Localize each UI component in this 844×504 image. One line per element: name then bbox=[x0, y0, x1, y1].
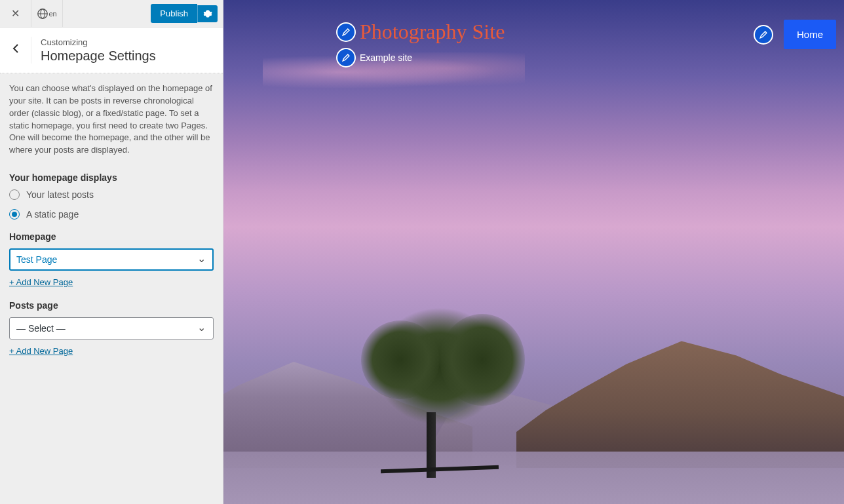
pencil-icon bbox=[759, 30, 768, 39]
add-new-homepage-link[interactable]: + Add New Page bbox=[9, 277, 73, 287]
edit-site-title-button[interactable] bbox=[336, 22, 356, 42]
back-button[interactable] bbox=[0, 37, 31, 64]
add-new-posts-page-link[interactable]: + Add New Page bbox=[9, 346, 73, 356]
gear-icon bbox=[203, 9, 212, 18]
customizing-label: Customizing bbox=[41, 37, 156, 47]
edit-nav-button[interactable] bbox=[754, 25, 773, 45]
nav-home-button[interactable]: Home bbox=[784, 20, 836, 49]
homepage-select[interactable]: Test Page bbox=[9, 248, 214, 271]
edit-tagline-button[interactable] bbox=[336, 48, 356, 68]
globe-icon bbox=[37, 8, 48, 20]
publish-settings-button[interactable] bbox=[197, 5, 218, 22]
topbar: ✕ en Publish bbox=[0, 0, 223, 28]
radio-label: Your latest posts bbox=[26, 189, 94, 200]
homepage-displays-label: Your homepage displays bbox=[9, 172, 214, 183]
radio-static-page[interactable]: A static page bbox=[9, 209, 214, 220]
site-tagline[interactable]: Example site bbox=[360, 52, 412, 63]
mountains-decoration bbox=[223, 320, 844, 504]
publish-button[interactable]: Publish bbox=[151, 4, 197, 23]
posts-page-select[interactable]: — Select — bbox=[9, 317, 214, 339]
panel-title: Homepage Settings bbox=[41, 48, 156, 64]
customizer-sidebar: ✕ en Publish Customizing Homepage Settin… bbox=[0, 0, 223, 504]
chevron-left-icon bbox=[12, 43, 20, 54]
pencil-icon bbox=[341, 28, 351, 37]
site-preview: Photography Site Example site Home bbox=[223, 0, 844, 504]
posts-page-select-label: Posts page bbox=[9, 300, 214, 311]
language-switch[interactable]: en bbox=[31, 0, 63, 27]
pencil-icon bbox=[341, 53, 351, 62]
language-code: en bbox=[48, 10, 56, 18]
radio-latest-posts[interactable]: Your latest posts bbox=[9, 189, 214, 200]
panel-header: Customizing Homepage Settings bbox=[0, 28, 223, 73]
radio-label: A static page bbox=[26, 209, 79, 220]
site-header: Photography Site Example site Home bbox=[223, 20, 844, 71]
panel-body: You can choose what's displayed on the h… bbox=[0, 73, 223, 378]
panel-description: You can choose what's displayed on the h… bbox=[9, 83, 214, 157]
homepage-select-label: Homepage bbox=[9, 231, 214, 242]
close-button[interactable]: ✕ bbox=[0, 0, 31, 27]
radio-icon bbox=[9, 209, 20, 220]
radio-icon bbox=[9, 189, 20, 200]
publish-group: Publish bbox=[151, 0, 223, 27]
site-title[interactable]: Photography Site bbox=[360, 20, 505, 44]
